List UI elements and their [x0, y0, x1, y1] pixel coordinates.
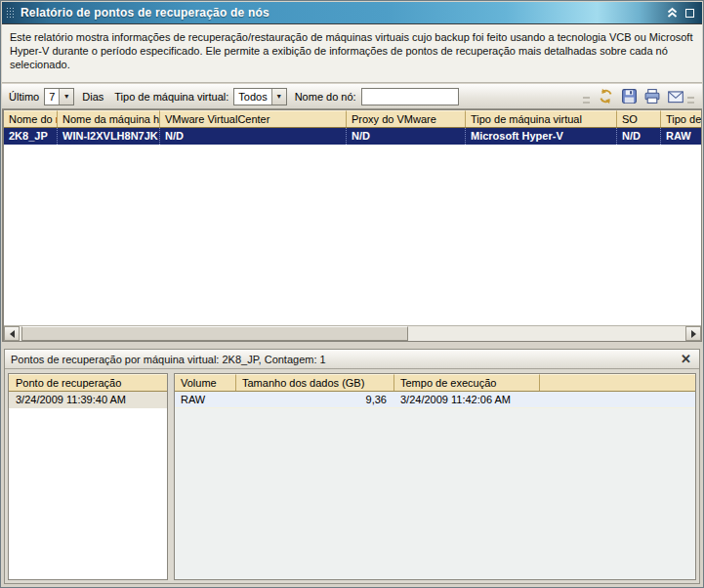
- row-cell: 3/24/2009 11:42:06 AM: [394, 392, 540, 407]
- row-cell: WIN-I2XVLH8N7JK: [58, 128, 160, 145]
- close-icon[interactable]: ✕: [679, 353, 693, 365]
- refresh-icon[interactable]: [595, 87, 616, 106]
- recovery-points-panel-title: Pontos de recuperação por máquina virtua…: [11, 354, 679, 365]
- days-select[interactable]: 7 ▼: [44, 88, 74, 105]
- recovery-points-panel: Pontos de recuperação por máquina virtua…: [4, 349, 700, 584]
- header-cell[interactable]: Volume: [175, 374, 236, 391]
- row-cell: N/D: [617, 128, 661, 145]
- header-cell[interactable]: [540, 374, 695, 391]
- days-select-value: 7: [45, 91, 59, 103]
- scrollbar-thumb[interactable]: [21, 326, 408, 341]
- scrollbar-track[interactable]: [20, 326, 685, 341]
- header-cell[interactable]: Tempo de execução: [394, 374, 540, 391]
- vm-type-label: Tipo de máquina virtual:: [114, 91, 228, 103]
- volumes-table: Volume Tamanho dos dados (GB) Tempo de e…: [174, 373, 696, 580]
- row-cell: [540, 392, 695, 407]
- header-cell[interactable]: Proxy do VMware: [347, 110, 466, 127]
- recovery-points-panel-body: Ponto de recuperação 3/24/2009 11:39:40 …: [5, 370, 699, 583]
- chevron-down-icon[interactable]: ▼: [271, 89, 286, 105]
- toolbar-separator: [687, 97, 694, 104]
- header-cell[interactable]: SO: [617, 110, 661, 127]
- collapse-icon[interactable]: [666, 7, 679, 19]
- chevron-down-icon[interactable]: ▼: [59, 89, 73, 105]
- row-cell: Microsoft Hyper-V: [466, 128, 617, 145]
- table-row[interactable]: RAW 9,36 3/24/2009 11:42:06 AM: [175, 392, 695, 408]
- header-cell[interactable]: Tipo de: [661, 110, 701, 127]
- report-window: Relatório de pontos de recuperação de nó…: [0, 0, 704, 588]
- node-name-label: Nome do nó:: [295, 91, 356, 103]
- table-row-selected[interactable]: 2K8_JP WIN-I2XVLH8N7JK N/D N/D Microsoft…: [4, 128, 701, 145]
- filter-toolbar: Último 7 ▼ Dias Tipo de máquina virtual:…: [2, 84, 702, 109]
- row-cell: 2K8_JP: [4, 128, 58, 145]
- last-label: Último: [9, 91, 39, 103]
- recovery-point-list: Ponto de recuperação 3/24/2009 11:39:40 …: [8, 373, 168, 580]
- header-cell[interactable]: Nome da máquina host: [58, 110, 160, 127]
- header-cell[interactable]: Tipo de máquina virtual: [466, 110, 617, 127]
- report-description: Este relatório mostra informações de rec…: [2, 24, 702, 83]
- nodes-table: Nome do nó Nome da máquina host VMware V…: [2, 109, 702, 342]
- header-cell[interactable]: Nome do nó: [4, 110, 58, 127]
- row-cell: N/D: [347, 128, 466, 145]
- nodes-table-header: Nome do nó Nome da máquina host VMware V…: [4, 110, 701, 128]
- window-title: Relatório de pontos de recuperação de nó…: [21, 6, 666, 20]
- drag-handle-icon[interactable]: [6, 7, 16, 19]
- recovery-points-panel-titlebar: Pontos de recuperação por máquina virtua…: [5, 350, 699, 369]
- print-icon[interactable]: [642, 87, 663, 106]
- scroll-left-button[interactable]: [4, 326, 20, 341]
- header-cell[interactable]: Tamanho dos dados (GB): [236, 374, 394, 391]
- volumes-table-header: Volume Tamanho dos dados (GB) Tempo de e…: [175, 374, 695, 392]
- list-item-selected[interactable]: 3/24/2009 11:39:40 AM: [9, 392, 167, 408]
- node-name-input[interactable]: [361, 88, 459, 105]
- row-cell: RAW: [661, 128, 701, 145]
- maximize-icon[interactable]: [685, 9, 694, 18]
- window-titlebar[interactable]: Relatório de pontos de recuperação de nó…: [2, 2, 702, 24]
- recovery-point-list-header[interactable]: Ponto de recuperação: [9, 374, 167, 392]
- days-label: Dias: [82, 91, 104, 103]
- row-cell: RAW: [175, 392, 236, 407]
- scroll-right-button[interactable]: [685, 326, 701, 341]
- email-icon[interactable]: [665, 87, 686, 106]
- save-icon[interactable]: [618, 87, 640, 106]
- row-cell: 9,36: [236, 392, 394, 407]
- toolbar-separator: [583, 97, 590, 104]
- horizontal-scrollbar[interactable]: [4, 325, 701, 341]
- header-cell[interactable]: VMware VirtualCenter: [160, 110, 347, 127]
- vm-type-select[interactable]: Todos ▼: [233, 88, 286, 105]
- row-cell: N/D: [160, 128, 347, 145]
- vm-type-select-value: Todos: [234, 91, 270, 103]
